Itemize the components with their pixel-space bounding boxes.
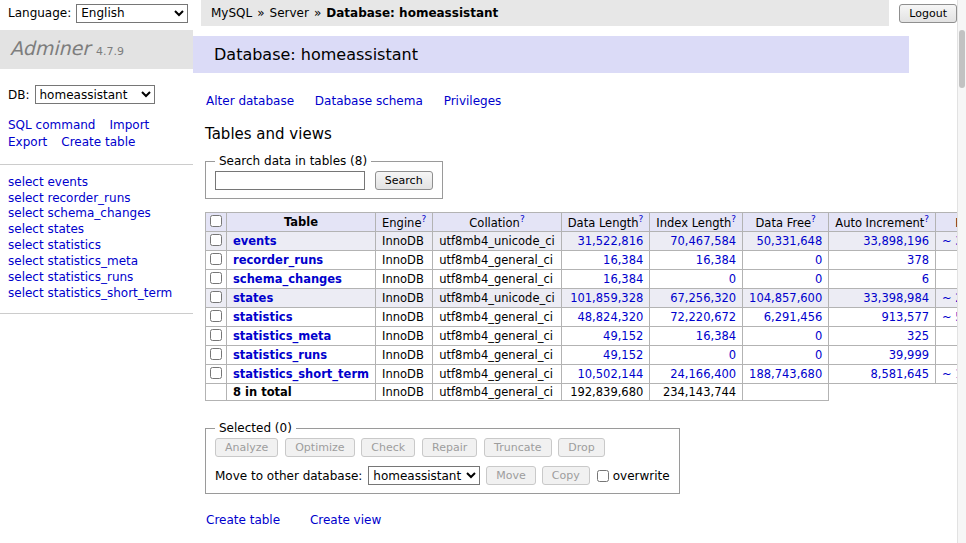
- collation-cell: utf8mb4_general_ci: [433, 365, 562, 384]
- auto-increment-link[interactable]: 8,581,645: [871, 367, 930, 381]
- breadcrumb-link-server[interactable]: Server: [270, 6, 309, 20]
- index-length-link[interactable]: 72,220,672: [670, 310, 736, 324]
- data-free-link[interactable]: 104,857,600: [749, 291, 822, 305]
- index-length-link[interactable]: 0: [729, 272, 736, 286]
- index-length-link[interactable]: 0: [729, 348, 736, 362]
- auto-increment-link[interactable]: 378: [907, 253, 929, 267]
- row-checkbox[interactable]: [210, 329, 222, 341]
- table-link[interactable]: statistics: [233, 310, 293, 324]
- auto-increment-link[interactable]: 39,999: [889, 348, 929, 362]
- data-free-link[interactable]: 0: [815, 348, 822, 362]
- table-link[interactable]: states: [233, 291, 273, 305]
- auto-increment-link[interactable]: 6: [922, 272, 929, 286]
- help-link[interactable]: ?: [811, 214, 816, 224]
- scrollbar-thumb[interactable]: [959, 30, 965, 88]
- analyze-button[interactable]: Analyze: [215, 438, 278, 457]
- drop-button[interactable]: Drop: [558, 438, 604, 457]
- data-free-link[interactable]: 0: [815, 272, 822, 286]
- row-checkbox[interactable]: [210, 291, 222, 303]
- optimize-button[interactable]: Optimize: [285, 438, 354, 457]
- table-link[interactable]: statistics_runs: [233, 348, 327, 362]
- table-link[interactable]: schema_changes: [233, 272, 342, 286]
- move-database-select[interactable]: homeassistant: [368, 466, 480, 485]
- truncate-button[interactable]: Truncate: [484, 438, 551, 457]
- alter-database-link[interactable]: Alter database: [206, 94, 294, 108]
- data-length-link[interactable]: 48,824,320: [577, 310, 643, 324]
- auto-increment-link[interactable]: 33,898,196: [863, 234, 929, 248]
- data-length-link[interactable]: 31,522,816: [577, 234, 643, 248]
- sidebar-link-export[interactable]: Export: [8, 135, 47, 149]
- create-view-link[interactable]: Create view: [310, 513, 381, 527]
- repair-button[interactable]: Repair: [422, 438, 477, 457]
- sidebar-item-select-statistics-meta[interactable]: select statistics_meta: [8, 254, 185, 270]
- copy-button[interactable]: Copy: [542, 466, 590, 485]
- sidebar-link-sql-command[interactable]: SQL command: [8, 118, 95, 132]
- create-table-link[interactable]: Create table: [206, 513, 280, 527]
- row-checkbox[interactable]: [210, 348, 222, 360]
- data-free-link[interactable]: 6,291,456: [764, 310, 823, 324]
- index-length-link[interactable]: 70,467,584: [670, 234, 736, 248]
- sidebar-link-import[interactable]: Import: [109, 118, 149, 132]
- sidebar-link-create-table[interactable]: Create table: [61, 135, 135, 149]
- check-button[interactable]: Check: [361, 438, 415, 457]
- breadcrumb-current: Database: homeassistant: [326, 6, 498, 20]
- help-link[interactable]: ?: [924, 214, 929, 224]
- row-checkbox[interactable]: [210, 234, 222, 246]
- sidebar-actions: SQL commandImport ExportCreate table: [0, 104, 193, 165]
- sidebar-item-select-statistics-short-term[interactable]: select statistics_short_term: [8, 286, 185, 302]
- data-length-link[interactable]: 49,152: [603, 329, 643, 343]
- collation-cell: utf8mb4_general_ci: [433, 346, 562, 365]
- table-link[interactable]: statistics_meta: [233, 329, 331, 343]
- engine-cell: InnoDB: [376, 327, 433, 346]
- data-free-link[interactable]: 0: [815, 253, 822, 267]
- select-all-checkbox[interactable]: [210, 215, 222, 227]
- data-length-link[interactable]: 101,859,328: [570, 291, 643, 305]
- index-length-link[interactable]: 67,256,320: [670, 291, 736, 305]
- app-header: Adminer4.7.9: [0, 30, 193, 69]
- help-link[interactable]: ?: [421, 214, 426, 224]
- row-checkbox[interactable]: [210, 367, 222, 379]
- row-checkbox[interactable]: [210, 272, 222, 284]
- index-length-link[interactable]: 16,384: [696, 253, 736, 267]
- data-free-link[interactable]: 0: [815, 329, 822, 343]
- overwrite-checkbox[interactable]: [597, 470, 609, 482]
- table-link[interactable]: recorder_runs: [233, 253, 323, 267]
- row-checkbox[interactable]: [210, 310, 222, 322]
- table-link[interactable]: statistics_short_term: [233, 367, 369, 381]
- data-length-link[interactable]: 16,384: [603, 272, 643, 286]
- data-length-link[interactable]: 16,384: [603, 253, 643, 267]
- help-link[interactable]: ?: [520, 214, 525, 224]
- sidebar-item-select-statistics-runs[interactable]: select statistics_runs: [8, 270, 185, 286]
- sidebar-item-select-events[interactable]: select events: [8, 175, 185, 191]
- breadcrumb-link-mysql[interactable]: MySQL: [211, 6, 252, 20]
- totals-data-length: 192,839,680: [561, 384, 650, 401]
- privileges-link[interactable]: Privileges: [444, 94, 502, 108]
- totals-data-free: [743, 384, 829, 401]
- db-select[interactable]: homeassistant: [35, 85, 155, 104]
- data-length-link[interactable]: 49,152: [603, 348, 643, 362]
- database-schema-link[interactable]: Database schema: [315, 94, 423, 108]
- search-button[interactable]: Search: [375, 171, 433, 190]
- sidebar-item-select-schema-changes[interactable]: select schema_changes: [8, 206, 185, 222]
- auto-increment-link[interactable]: 33,398,984: [863, 291, 929, 305]
- data-length-link[interactable]: 10,502,144: [577, 367, 643, 381]
- sidebar-item-select-statistics[interactable]: select statistics: [8, 238, 185, 254]
- help-link[interactable]: ?: [731, 214, 736, 224]
- auto-increment-link[interactable]: 913,577: [881, 310, 929, 324]
- help-link[interactable]: ?: [639, 214, 644, 224]
- index-length-link[interactable]: 24,166,400: [670, 367, 736, 381]
- logout-button[interactable]: Logout: [899, 4, 957, 23]
- data-free-link[interactable]: 188,743,680: [749, 367, 822, 381]
- vertical-scrollbar[interactable]: [957, 0, 966, 543]
- adminer-logo-link[interactable]: Adminer: [10, 37, 90, 59]
- table-link[interactable]: events: [233, 234, 277, 248]
- row-checkbox[interactable]: [210, 253, 222, 265]
- sidebar-item-select-states[interactable]: select states: [8, 222, 185, 238]
- move-button[interactable]: Move: [486, 466, 536, 485]
- index-length-link[interactable]: 16,384: [696, 329, 736, 343]
- sidebar-item-select-recorder-runs[interactable]: select recorder_runs: [8, 191, 185, 207]
- search-input[interactable]: [215, 171, 365, 190]
- language-select[interactable]: English: [76, 4, 188, 23]
- data-free-link[interactable]: 50,331,648: [756, 234, 822, 248]
- auto-increment-link[interactable]: 325: [907, 329, 929, 343]
